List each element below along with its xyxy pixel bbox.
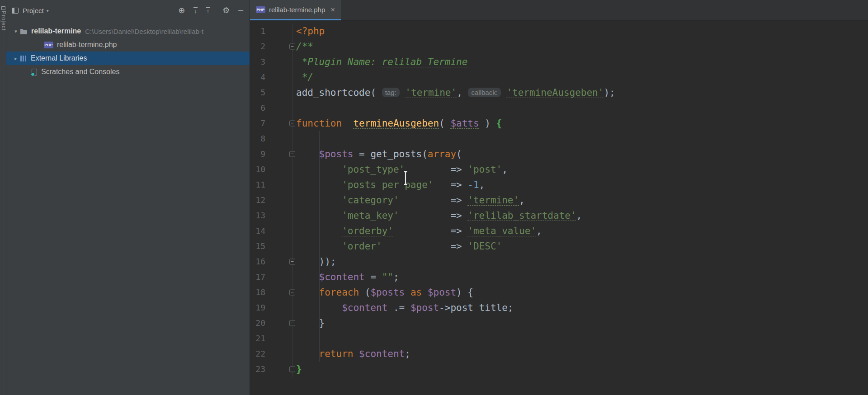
code-line[interactable]: 4 */ [250,70,868,85]
fold-column [265,100,296,116]
code-line[interactable]: 19 $content .= $post->post_title; [250,300,868,315]
line-number: 3 [250,54,265,70]
fold-collapse-icon[interactable]: − [289,290,295,296]
tree-item-project-root[interactable]: ▾ relilab-termine C:\Users\Daniel\Deskto… [6,24,250,38]
code-line[interactable]: 13 'meta_key' => 'relilab_startdate', [250,208,868,223]
code-line[interactable]: 21 [250,331,868,346]
collapse-all-icon[interactable]: ↑ [206,7,210,14]
fold-column [265,85,296,100]
fold-column [265,131,296,146]
tree-item-label: relilab-termine [31,27,81,35]
editor-tab-bar: PHP relilab-termine.php × [250,0,868,21]
code-editor[interactable]: 1<?php2−/**3 *Plugin Name: relilab Termi… [250,21,868,395]
tree-item-external-libraries[interactable]: ▸ External Libraries [6,52,250,65]
code-text: 'meta_key' => 'relilab_startdate', [296,208,582,223]
tree-item-path: C:\Users\Daniel\Desktop\relilab\relilab-… [85,28,203,35]
code-line[interactable]: 23−} [250,362,868,377]
project-panel-title[interactable]: Project [23,7,44,14]
tree-item-php-file[interactable]: PHP relilab-termine.php [6,38,250,52]
close-icon[interactable]: × [330,6,335,14]
code-line[interactable]: 20− } [250,315,868,331]
line-number: 1 [250,24,265,39]
code-text: foreach ($posts as $post) { [296,285,473,300]
fold-column: − [265,285,296,300]
code-text: } [296,362,302,377]
folder-icon [20,28,28,34]
chevron-right-icon[interactable]: ▸ [12,56,20,61]
fold-column [265,208,296,223]
code-line[interactable]: 14 'orderby' => 'meta_value', [250,223,868,239]
code-line[interactable]: 17 $content = ""; [250,269,868,285]
code-line[interactable]: 8 [250,131,868,146]
code-text: $content = ""; [296,269,399,285]
fold-column: − [265,146,296,162]
tree-item-scratches[interactable]: Scratches and Consoles [6,65,250,79]
fold-column [265,239,296,254]
code-line[interactable]: 5add_shortcode( tag: 'termine', callback… [250,85,868,100]
line-number: 8 [250,131,265,146]
code-text: */ [296,70,313,85]
code-text: $posts = get_posts(array( [296,146,462,162]
tool-window-stripe: Project [0,0,6,395]
tab-title: relilab-termine.php [269,6,325,14]
line-number: 10 [250,162,265,177]
fold-column [265,24,296,39]
project-view-icon [12,8,19,14]
fold-collapse-icon[interactable]: − [289,44,295,50]
line-number: 20 [250,315,265,331]
code-area: 1<?php2−/**3 *Plugin Name: relilab Termi… [250,24,868,377]
gear-icon[interactable]: ⚙ [222,6,230,15]
locate-file-icon[interactable]: ⊕ [178,6,185,15]
code-line[interactable]: 12 'category' => 'termine', [250,193,868,208]
chevron-down-icon[interactable]: ▾ [12,28,20,34]
fold-collapse-icon[interactable]: − [289,121,295,127]
code-line[interactable]: 3 *Plugin Name: relilab Termine [250,54,868,70]
expand-all-icon[interactable]: ↓ [193,7,198,14]
fold-column: − [265,116,296,131]
code-line[interactable]: 11 'posts_per_page' => -1, [250,177,868,193]
project-panel: Project ▾ ⊕ ↓ ↑ ⚙ ─ ▾ relilab-termine C:… [6,0,250,395]
fold-column: − [265,254,296,269]
hide-panel-icon[interactable]: ─ [238,6,243,15]
code-line[interactable]: 1<?php [250,24,868,39]
chevron-down-icon[interactable]: ▾ [47,8,49,13]
tab-relilab-termine-php[interactable]: PHP relilab-termine.php × [250,0,341,20]
fold-collapse-icon[interactable]: − [289,151,295,157]
code-text: return $content; [296,346,410,362]
line-number: 11 [250,177,265,193]
line-number: 9 [250,146,265,162]
indent-guide [319,131,320,362]
parameter-hint: callback: [468,88,500,97]
code-text: 'category' => 'termine', [296,193,525,208]
fold-end-icon[interactable]: − [289,367,295,372]
fold-column [265,162,296,177]
fold-end-icon[interactable]: − [289,259,295,265]
project-panel-header: Project ▾ ⊕ ↓ ↑ ⚙ ─ [6,0,250,21]
project-tool-window-icon [1,6,5,10]
line-number: 2 [250,39,265,54]
code-text: } [296,315,325,331]
code-line[interactable]: 6 [250,100,868,116]
fold-column: − [265,39,296,54]
line-number: 4 [250,70,265,85]
code-line[interactable]: 7−function termineAusgeben( $atts ) { [250,116,868,131]
fold-end-icon[interactable]: − [289,320,295,326]
code-line[interactable]: 16− )); [250,254,868,269]
code-line[interactable]: 18− foreach ($posts as $post) { [250,285,868,300]
code-line[interactable]: 10 'post_type' => 'post', [250,162,868,177]
code-line[interactable]: 2−/** [250,39,868,54]
line-number: 22 [250,346,265,362]
line-number: 12 [250,193,265,208]
php-file-icon: PHP [256,6,265,13]
fold-column [265,331,296,346]
code-line[interactable]: 9− $posts = get_posts(array( [250,146,868,162]
code-text: /** [296,39,313,54]
editor-area: PHP relilab-termine.php × 1<?php2−/**3 *… [250,0,868,395]
tree-item-label: Scratches and Consoles [41,68,119,76]
code-line[interactable]: 15 'order' => 'DESC' [250,239,868,254]
line-number: 17 [250,269,265,285]
stripe-label[interactable]: Project [0,11,7,31]
code-line[interactable]: 22 return $content; [250,346,868,362]
parameter-hint: tag: [382,88,400,97]
project-tree: ▾ relilab-termine C:\Users\Daniel\Deskto… [6,21,250,79]
